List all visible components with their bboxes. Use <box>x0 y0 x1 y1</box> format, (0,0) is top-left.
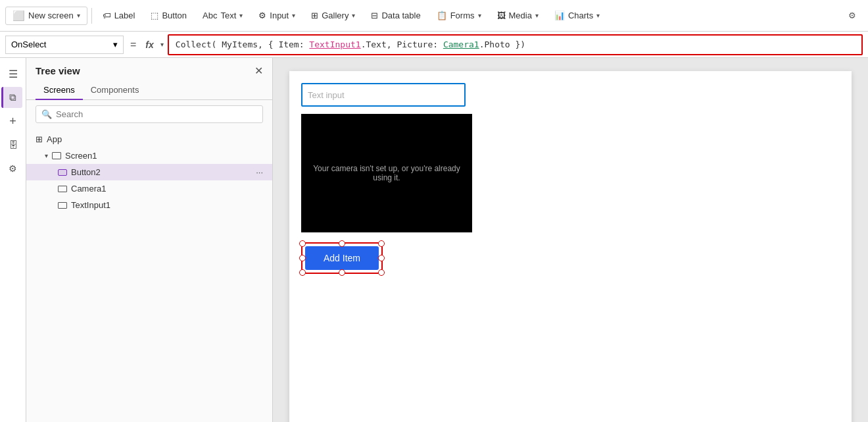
database-icon: 🗄 <box>9 140 18 150</box>
main-layout: ☰ ⧉ + 🗄 ⚙ Tree view ✕ Screens Components <box>0 58 868 422</box>
button2-icon <box>58 169 67 176</box>
label-icon: 🏷 <box>103 11 111 20</box>
input-label: Input <box>270 11 289 20</box>
handle-top-left <box>299 240 306 247</box>
add-item-button[interactable]: Add Item <box>305 246 379 270</box>
formula-brace-close: } <box>515 40 520 49</box>
data-table-label: Data table <box>381 11 420 20</box>
screen1-label: Screen1 <box>65 151 97 161</box>
canvas-button-selected[interactable]: Add Item <box>301 242 383 274</box>
button-icon: ⬚ <box>151 11 158 20</box>
search-input[interactable] <box>56 109 257 119</box>
camera1-icon <box>58 186 67 192</box>
textinput1-label: TextInput1 <box>71 200 110 210</box>
tab-screens[interactable]: Screens <box>36 81 83 100</box>
formula-space3 <box>274 40 279 49</box>
tree-tabs: Screens Components <box>26 81 272 100</box>
button-label: Button <box>162 11 187 20</box>
data-table-icon: ⊟ <box>371 11 378 20</box>
settings-button[interactable]: ⚙ <box>3 158 24 179</box>
data-button[interactable]: 🗄 <box>3 134 24 155</box>
button-button[interactable]: ⬚ Button <box>144 8 193 23</box>
canvas-area[interactable]: Text input Your camera isn't set up, or … <box>273 58 868 422</box>
handle-middle-right <box>378 255 385 261</box>
forms-button[interactable]: 📋 Forms ▾ <box>430 8 488 23</box>
toolbar: ⬜ New screen ▾ 🏷 Label ⬚ Button Abc Text… <box>0 0 868 32</box>
screen-canvas: Text input Your camera isn't set up, or … <box>289 71 852 422</box>
tree-panel: Tree view ✕ Screens Components 🔍 ⊞ App ▾ <box>26 58 273 422</box>
handle-bottom-right <box>378 269 385 276</box>
tree-items: ⊞ App ▾ Screen1 Button2 ··· Camera1 <box>26 128 272 422</box>
canvas-text-input[interactable]: Text input <box>301 83 466 107</box>
formula-space7 <box>510 40 516 49</box>
hamburger-menu-button[interactable]: ☰ <box>3 63 24 84</box>
gallery-chevron-icon: ▾ <box>352 12 355 19</box>
formula-space6 <box>438 40 443 49</box>
tree-item-textinput1[interactable]: TextInput1 <box>26 197 272 213</box>
formula-space1 <box>216 40 222 49</box>
camera-message: Your camera isn't set up, or you're alre… <box>308 164 466 182</box>
toolbar-separator <box>91 8 92 24</box>
handle-top-right <box>378 240 385 247</box>
tree-close-button[interactable]: ✕ <box>254 65 263 77</box>
formula-space2 <box>263 40 268 49</box>
formula-textinput1: TextInput1 <box>309 40 360 49</box>
forms-icon: 📋 <box>437 11 447 20</box>
new-screen-button[interactable]: ⬜ New screen ▾ <box>5 7 87 25</box>
charts-button[interactable]: 📊 Charts ▾ <box>548 8 606 23</box>
tab-screens-label: Screens <box>43 85 75 95</box>
property-dropdown[interactable]: OnSelect ▾ <box>5 36 124 54</box>
charts-label: Charts <box>568 11 593 20</box>
new-screen-icon: ⬜ <box>12 10 25 22</box>
handle-top-middle <box>339 240 345 247</box>
formula-space4 <box>304 40 310 49</box>
data-table-button[interactable]: ⊟ Data table <box>364 8 427 23</box>
fx-icon: fx <box>143 40 156 50</box>
layers-button[interactable]: ⧉ <box>1 87 22 108</box>
tab-components[interactable]: Components <box>83 81 147 100</box>
charts-chevron-icon: ▾ <box>596 12 600 19</box>
label-button[interactable]: 🏷 Label <box>96 8 142 23</box>
sidebar-icons: ☰ ⧉ + 🗄 ⚙ <box>0 58 26 422</box>
formula-camera1: Camera1 <box>443 40 479 49</box>
canvas-button-wrapper: Add Item <box>301 242 383 274</box>
text-button[interactable]: Abc Text ▾ <box>196 8 249 23</box>
media-chevron-icon: ▾ <box>535 12 539 19</box>
tree-item-button2[interactable]: Button2 ··· <box>26 164 272 180</box>
tree-item-camera1[interactable]: Camera1 <box>26 180 272 197</box>
app-label: App <box>47 134 62 144</box>
hamburger-icon: ☰ <box>9 68 18 80</box>
new-screen-chevron-icon: ▾ <box>77 12 80 19</box>
formula-dot1: .Text, <box>361 40 392 49</box>
property-value: OnSelect <box>11 40 46 49</box>
tree-item-app[interactable]: ⊞ App <box>26 131 272 147</box>
formula-dropdown-chevron-icon: ▾ <box>160 41 164 48</box>
tree-item-screen1[interactable]: ▾ Screen1 <box>26 147 272 164</box>
app-icon: ⊞ <box>36 134 43 144</box>
more-options-button[interactable]: ⚙ <box>842 5 863 26</box>
formula-item-label: Item: <box>278 40 304 49</box>
formula-brace-open: { <box>268 40 274 49</box>
formula-collect: Collect( <box>176 40 217 49</box>
textinput1-icon <box>58 202 67 209</box>
tree-search[interactable]: 🔍 <box>36 105 263 123</box>
gallery-button[interactable]: ⊞ Gallery ▾ <box>304 8 362 23</box>
formula-dot2: .Photo <box>479 40 510 49</box>
button2-more-icon[interactable]: ··· <box>256 167 263 177</box>
input-button[interactable]: ⚙ Input ▾ <box>252 8 302 23</box>
formula-input[interactable]: Collect( MyItems, { Item: TextInput1 .Te… <box>168 34 863 55</box>
media-button[interactable]: 🖼 Media ▾ <box>491 8 545 23</box>
text-chevron-icon: ▾ <box>239 12 243 19</box>
input-chevron-icon: ▾ <box>292 12 295 19</box>
property-chevron-icon: ▾ <box>113 40 118 49</box>
camera1-label: Camera1 <box>71 184 106 194</box>
settings-icon: ⚙ <box>9 163 17 174</box>
tab-components-label: Components <box>91 85 139 95</box>
text-input-placeholder: Text input <box>308 90 345 100</box>
layers-icon: ⧉ <box>9 92 16 103</box>
search-icon: 🔍 <box>41 109 52 119</box>
media-icon: 🖼 <box>497 11 506 20</box>
screen1-expand-icon: ▾ <box>45 152 48 159</box>
handle-bottom-left <box>299 269 306 276</box>
add-component-button[interactable]: + <box>3 111 24 132</box>
